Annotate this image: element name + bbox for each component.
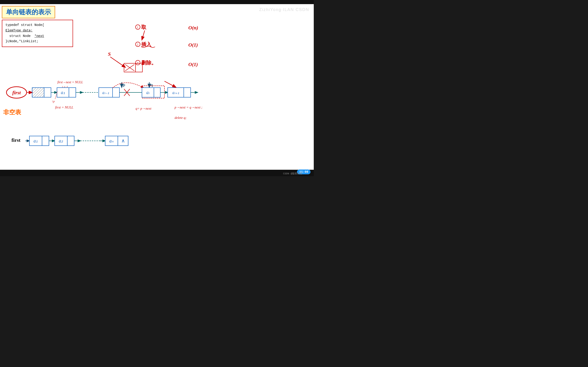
svg-text:1: 1 — [137, 26, 138, 29]
csdn-label: CSDN @版权所有 — [283, 172, 302, 175]
title-text: 单向链表的表示 — [6, 8, 51, 16]
complexity3-text: O(1) — [188, 61, 198, 67]
svg-rect-27 — [69, 88, 76, 97]
code-line1: typedef struct Node{ — [6, 23, 69, 28]
svg-text:a₁: a₁ — [61, 90, 65, 95]
svg-line-15 — [125, 65, 134, 71]
complexity2-text: O(1) — [188, 42, 198, 48]
code-line4: }LNode,*LinkList; — [6, 39, 69, 44]
svg-point-7 — [136, 60, 140, 65]
svg-text:非空表: 非空表 — [3, 109, 21, 116]
svg-rect-37 — [112, 88, 120, 97]
svg-text:2: 2 — [137, 43, 138, 46]
watermark: ZizhiYong·ILAN CSDN — [259, 7, 309, 12]
svg-text:delete q;: delete q; — [174, 116, 187, 119]
svg-text:S: S — [108, 51, 111, 57]
code-box: typedef struct Node{ ElemType data; stru… — [2, 20, 73, 47]
svg-rect-61 — [42, 136, 49, 146]
svg-rect-47 — [184, 88, 191, 97]
svg-rect-45 — [168, 88, 184, 97]
svg-text:q: q — [151, 83, 153, 87]
svg-text:↑p: ↑p — [52, 100, 55, 103]
svg-rect-21 — [32, 88, 44, 97]
svg-text:aᵢ₊₁: aᵢ₊₁ — [173, 90, 179, 95]
svg-text:first: first — [11, 137, 21, 143]
svg-rect-71 — [118, 136, 128, 146]
complexity1-text: O(n) — [188, 25, 198, 31]
slide-area: 单向链表的表示 ZizhiYong·ILAN CSDN typedef stru… — [0, 4, 314, 170]
svg-rect-59 — [29, 136, 42, 146]
svg-text:取: 取 — [141, 24, 147, 30]
svg-text:插入: 插入 — [141, 42, 152, 47]
svg-text:p→next = q→next ;: p→next = q→next ; — [174, 106, 202, 109]
svg-text:删除。: 删除。 — [141, 60, 156, 66]
svg-line-40 — [124, 89, 130, 96]
svg-text:3: 3 — [137, 61, 138, 65]
svg-point-18 — [6, 87, 27, 98]
svg-rect-25 — [57, 88, 69, 97]
code-line2: ElemType data; — [6, 28, 69, 33]
svg-line-39 — [124, 89, 130, 96]
svg-text:first = NULL: first = NULL — [55, 106, 73, 109]
svg-rect-43 — [154, 88, 160, 97]
svg-line-3 — [142, 31, 145, 40]
svg-rect-13 — [136, 63, 142, 72]
svg-text:∧: ∧ — [121, 138, 125, 144]
svg-line-11 — [110, 57, 125, 67]
svg-text:a₂: a₂ — [59, 138, 63, 143]
title-box: 单向链表的表示 — [2, 6, 55, 18]
svg-rect-34 — [142, 86, 164, 98]
top-bar — [0, 0, 314, 4]
svg-rect-65 — [67, 136, 74, 146]
svg-line-50 — [55, 91, 57, 99]
svg-rect-35 — [99, 88, 112, 97]
svg-text:aᵢ₋₁: aᵢ₋₁ — [103, 90, 109, 95]
bottom-bar: 11:08 CSDN @版权所有 — [0, 170, 314, 176]
svg-rect-69 — [105, 136, 118, 146]
svg-text:first: first — [12, 90, 21, 95]
svg-point-0 — [136, 25, 140, 29]
code-line3: struct Node *next — [6, 33, 69, 39]
svg-point-4 — [136, 42, 140, 47]
svg-text:p: p — [123, 83, 125, 87]
svg-rect-41 — [142, 88, 154, 97]
svg-rect-12 — [124, 63, 136, 72]
svg-text:first→next = NULL: first→next = NULL — [57, 81, 83, 84]
svg-line-49 — [164, 81, 176, 87]
svg-rect-23 — [44, 88, 51, 97]
svg-text:q= p→next: q= p→next — [136, 107, 152, 110]
svg-rect-63 — [55, 136, 67, 146]
svg-text:a₁: a₁ — [34, 138, 38, 143]
svg-line-14 — [125, 65, 134, 71]
svg-text:aᵢ: aᵢ — [146, 90, 150, 95]
svg-text:aₙ: aₙ — [109, 138, 114, 143]
svg-text:i = 1: i = 1 — [62, 85, 68, 89]
